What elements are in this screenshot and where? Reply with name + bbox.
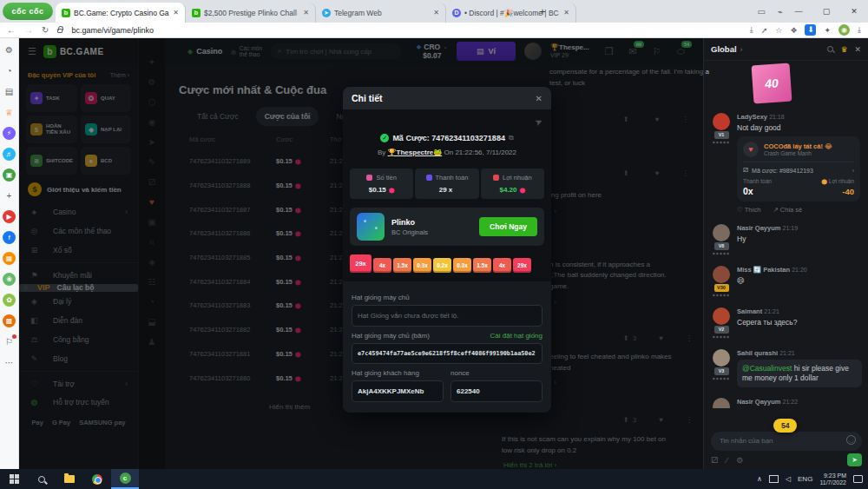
pin-icon[interactable]: ⌁ [778, 7, 783, 17]
toolbar-icon[interactable]: ➚ [761, 26, 768, 35]
strip-icon[interactable]: ◈ [148, 257, 155, 268]
avatar[interactable] [713, 224, 730, 241]
browser-sidebar-icon[interactable]: ⚙ [3, 43, 16, 56]
coccoc-taskbar-icon[interactable]: c [111, 469, 139, 489]
avatar[interactable] [713, 307, 730, 325]
tray-chevron[interactable]: ∧ [757, 475, 762, 483]
start-button[interactable] [0, 469, 28, 489]
tip-icon[interactable]: ⚂ [711, 456, 718, 465]
chat-username[interactable]: Saimant [737, 307, 762, 315]
new-messages-badge[interactable]: 54 [773, 419, 797, 433]
sports-tab[interactable]: ◎ Các mônthể thao [231, 45, 262, 57]
chat-username[interactable]: Nasir Qayyum [737, 398, 780, 406]
bet-list-tab[interactable]: Cược của tôi [256, 107, 319, 126]
browser-sidebar-icon[interactable]: ⚡ [3, 127, 16, 140]
copy-icon[interactable]: ⧉ [509, 134, 514, 142]
thumbs-up-icon[interactable]: ⬆ [623, 334, 629, 342]
file-explorer-icon[interactable] [56, 469, 83, 489]
more-icon[interactable]: ⋮ [681, 116, 688, 123]
network-icon[interactable] [769, 475, 779, 483]
comment-actions[interactable]: ⬆ ♥ ⋮ [623, 169, 688, 177]
plinko-thumbnail[interactable] [357, 213, 385, 241]
chevron-right-icon[interactable]: › [852, 168, 854, 174]
more-icon[interactable]: ⋮ [681, 169, 688, 177]
browser-sidebar-icon[interactable]: ▶ [3, 210, 16, 223]
browser-sidebar-icon[interactable]: ♬ [3, 148, 16, 161]
sidebar-menu-item[interactable]: ♡ Tài trợ › [19, 371, 138, 393]
shared-bet-card[interactable]: ♥ COCOđã lấy tất cả! 😂 Crash Game Mạnh ⚂… [737, 136, 860, 202]
bcgame-logo[interactable]: b BC.GAME [43, 45, 104, 58]
reload-icon[interactable]: ↻ [42, 25, 49, 35]
back-icon[interactable]: ← [7, 25, 16, 35]
chrome-icon[interactable] [83, 469, 111, 489]
action-center-icon[interactable] [853, 475, 863, 483]
browser-tab[interactable]: b BC.Game: Crypto Casino Ga ✕ [56, 3, 186, 23]
nonce-field[interactable]: 622540 [450, 380, 542, 402]
forward-icon[interactable]: → [24, 25, 33, 35]
thumbs-up-icon[interactable]: ⬆ [623, 116, 629, 123]
toolbar-icon[interactable]: ❖ [790, 26, 797, 35]
cast-icon[interactable]: ▭ [758, 7, 766, 17]
browser-sidebar-icon[interactable]: ♕ [3, 106, 16, 119]
sidebar-menu-item[interactable]: ⚑ Khuyến mãi [19, 262, 138, 284]
chat-username[interactable]: Miss 🔄 Pakistan [737, 266, 790, 274]
player-link[interactable]: 🏆Thespectre🐸 [388, 149, 443, 156]
browser-sidebar-icon[interactable]: ✿ [3, 294, 16, 307]
tab-close-icon[interactable]: ✕ [173, 9, 179, 17]
strip-icon[interactable]: ▣ [148, 217, 155, 228]
chat-username[interactable]: Nasir Qayyum [737, 224, 780, 232]
chat-search-icon[interactable] [827, 46, 833, 52]
browser-sidebar-icon[interactable]: ◔ [3, 64, 16, 77]
mention[interactable]: @Casualinvest [742, 364, 794, 373]
chat-toggle-icon[interactable]: ⬭ 54 [677, 46, 685, 57]
bet-list-tab[interactable]: Tất cả Cược [188, 107, 247, 126]
window-close-button[interactable]: ✕ [840, 0, 868, 23]
browser-sidebar-icon[interactable]: ▤ [3, 85, 16, 98]
share-icon[interactable]: ➤ [532, 116, 544, 129]
browser-sidebar-icon[interactable]: ⚐ [3, 335, 16, 348]
promo-tile[interactable]: ❂ QUAY [81, 84, 131, 112]
strip-icon[interactable]: ☷ [148, 277, 156, 287]
avatar[interactable] [524, 43, 542, 60]
chat-messages[interactable]: 40 V1 ◆◆◆◆◆ LadySexy 21:18 Not day good … [704, 61, 868, 408]
bell-icon[interactable]: ⚐ [653, 46, 661, 57]
strip-icon[interactable]: ⚂ [148, 177, 156, 188]
sidebar-menu-item[interactable]: ♠ Casino › [19, 202, 138, 221]
strip-icon[interactable]: ◉ [148, 117, 156, 128]
browser-tab[interactable]: b $2,500 Prestige Plinko Chall ✕ [186, 3, 316, 23]
client-seed-field[interactable]: AkjA4XKKPJMXeNb [352, 380, 444, 402]
comment-actions[interactable]: ⬆ 3 ♥ ⋮ [623, 416, 693, 424]
emoji-icon[interactable]: ◡ [846, 435, 856, 445]
referral-banner[interactable]: $ Giới thiệu và kiếm tiền [19, 176, 138, 202]
address-bar[interactable]: bc.game/vi/game/plinko [71, 26, 154, 35]
heart-icon[interactable]: ♥ [659, 334, 663, 342]
strip-icon[interactable]: ✦ [148, 57, 155, 68]
strip-icon[interactable]: ♥ [149, 197, 155, 208]
toolbar-icon[interactable]: ⤓ [858, 25, 861, 35]
sidebar-menu-item[interactable]: ✎ Blog [19, 349, 138, 368]
sidebar-menu-item[interactable]: ⚖ Công bằng [19, 330, 138, 349]
chat-settings-icon[interactable]: ⚙ [736, 456, 743, 465]
casino-tab[interactable]: ◈ Casino [187, 47, 222, 56]
volume-icon[interactable]: ◁ [786, 475, 791, 483]
new-tab-button[interactable]: + [535, 4, 550, 20]
browser-tab[interactable]: ➤ Telegram Web ✕ [316, 3, 446, 23]
heart-icon[interactable]: ♥ [659, 416, 663, 424]
avatar[interactable] [713, 398, 730, 408]
close-icon[interactable]: ✕ [536, 94, 542, 103]
sidebar-menu-item[interactable]: ◈ Đại lý [19, 292, 138, 311]
game-search-input[interactable]: ⌕ Tìm trò chơi | Nhà cung cấp [271, 43, 401, 59]
seed-settings-link[interactable]: Cài đặt hạt giống [490, 332, 543, 340]
toolbar-icon[interactable]: ☆ [775, 26, 782, 35]
more-icon[interactable]: ⋮ [686, 334, 693, 342]
play-now-button[interactable]: Chơi Ngay [479, 217, 537, 236]
browser-sidebar-icon[interactable]: + [3, 189, 16, 202]
chat-input[interactable] [711, 432, 862, 451]
strip-icon[interactable]: ◔ [149, 297, 155, 307]
browser-sidebar-icon[interactable]: f [3, 231, 16, 244]
toolbar-icon[interactable]: ⤓ [750, 25, 753, 35]
chat-close-icon[interactable]: ✕ [854, 45, 861, 54]
strip-icon[interactable]: ✎ [148, 157, 155, 168]
strip-icon[interactable]: ⚙ [148, 77, 156, 88]
avatar[interactable] [713, 349, 730, 367]
